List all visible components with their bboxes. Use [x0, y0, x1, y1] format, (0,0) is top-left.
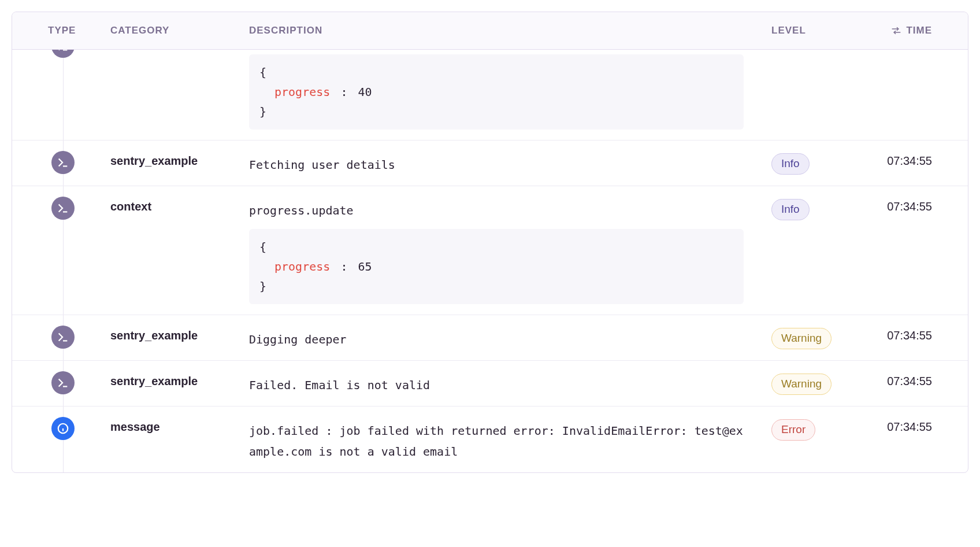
col-header-type[interactable]: TYPE — [12, 25, 110, 36]
time-cell: 07:34:55 — [875, 197, 968, 304]
table-row[interactable]: sentry_example Fetching user details Inf… — [12, 141, 968, 186]
category-cell: sentry_example — [110, 371, 249, 396]
table-row[interactable]: sentry_example Digging deeper Warning 07… — [12, 315, 968, 361]
category-cell: sentry_example — [110, 326, 249, 350]
description-cell: job.failed : job failed with returned er… — [249, 420, 744, 462]
description-cell: Fetching user details — [249, 154, 744, 175]
category-cell: context — [110, 197, 249, 304]
code-block: { progress : 65 } — [249, 229, 744, 304]
level-badge-warning: Warning — [771, 328, 831, 349]
col-header-category[interactable]: CATEGORY — [110, 25, 249, 36]
code-value: 65 — [358, 260, 372, 274]
breadcrumbs-panel: TYPE CATEGORY DESCRIPTION LEVEL TIME — [12, 12, 968, 473]
level-badge-warning: Warning — [771, 374, 831, 395]
time-cell: 07:34:55 — [875, 151, 968, 175]
col-header-time[interactable]: TIME — [875, 25, 968, 36]
info-icon — [51, 417, 75, 440]
description-cell: Failed. Email is not valid — [249, 375, 744, 396]
col-header-time-label: TIME — [906, 25, 932, 36]
terminal-icon — [51, 197, 75, 220]
code-key: progress — [274, 85, 330, 99]
category-cell — [110, 50, 249, 130]
sort-icon — [891, 25, 901, 36]
level-badge-info: Info — [771, 199, 810, 220]
terminal-icon — [51, 151, 75, 174]
category-cell: sentry_example — [110, 151, 249, 175]
table-header: TYPE CATEGORY DESCRIPTION LEVEL TIME — [12, 12, 968, 50]
code-value: 40 — [358, 85, 372, 99]
level-badge-error: Error — [771, 419, 815, 441]
time-cell — [875, 50, 968, 130]
description-cell: Digging deeper — [249, 329, 744, 350]
table-row[interactable]: message job.failed : job failed with ret… — [12, 406, 968, 472]
category-cell: message — [110, 417, 249, 462]
breadcrumbs-list: { progress : 40 } sentry_example — [12, 50, 968, 472]
time-cell: 07:34:55 — [875, 417, 968, 462]
description-cell: progress.update — [249, 200, 744, 221]
table-row[interactable]: { progress : 40 } — [12, 50, 968, 141]
table-row[interactable]: sentry_example Failed. Email is not vali… — [12, 361, 968, 406]
level-badge-info: Info — [771, 153, 810, 175]
time-cell: 07:34:55 — [875, 326, 968, 350]
table-row[interactable]: context progress.update { progress : 65 … — [12, 186, 968, 315]
col-header-level[interactable]: LEVEL — [771, 25, 875, 36]
terminal-icon — [51, 326, 75, 349]
code-block: { progress : 40 } — [249, 54, 744, 130]
time-cell: 07:34:55 — [875, 371, 968, 396]
col-header-description[interactable]: DESCRIPTION — [249, 25, 771, 36]
terminal-icon — [51, 371, 75, 394]
code-key: progress — [274, 260, 330, 274]
